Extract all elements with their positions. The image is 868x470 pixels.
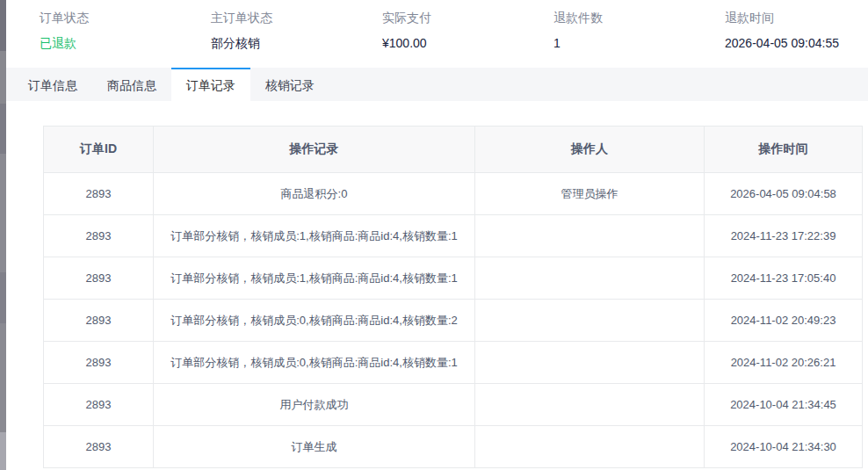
cell-record: 订单生成 <box>154 426 475 468</box>
sidebar-edge <box>0 0 6 470</box>
cell-time: 2024-10-04 21:34:30 <box>705 426 863 468</box>
tab-订单信息[interactable]: 订单信息 <box>13 68 92 101</box>
cell-time: 2024-11-02 20:26:21 <box>705 342 863 384</box>
cell-operator <box>475 215 705 257</box>
cell-operator <box>475 426 705 468</box>
table-row: 2893订单生成2024-10-04 21:34:30 <box>44 426 863 468</box>
column-header: 操作时间 <box>705 127 863 173</box>
order-records-table: 订单ID操作记录操作人操作时间 2893商品退积分:0管理员操作2026-04-… <box>43 126 863 468</box>
cell-time: 2024-11-23 17:05:40 <box>705 257 863 300</box>
order-summary-bar: 订单状态已退款主订单状态部分核销实际支付¥100.00退款件数1退款时间2026… <box>6 0 868 68</box>
cell-record: 订单部分核销，核销成员:1,核销商品:商品id:4,核销数量:1 <box>154 215 475 257</box>
table-row: 2893订单部分核销，核销成员:1,核销商品:商品id:4,核销数量:12024… <box>44 215 863 257</box>
summary-field-label: 订单状态 <box>40 9 211 26</box>
table-row: 2893用户付款成功2024-10-04 21:34:45 <box>44 384 863 426</box>
summary-field-value: 2026-04-05 09:04:55 <box>725 34 868 52</box>
summary-field: 退款件数1 <box>553 9 725 68</box>
tab-商品信息[interactable]: 商品信息 <box>92 68 171 101</box>
table-header: 订单ID操作记录操作人操作时间 <box>44 127 863 173</box>
table-row: 2893商品退积分:0管理员操作2026-04-05 09:04:58 <box>44 173 863 215</box>
cell-operator <box>475 384 705 426</box>
table-row: 2893订单部分核销，核销成员:0,核销商品:商品id:4,核销数量:12024… <box>44 342 863 384</box>
summary-field-value: 1 <box>553 34 725 52</box>
cell-operator <box>475 342 705 384</box>
tab-订单记录[interactable]: 订单记录 <box>171 68 250 101</box>
cell-record: 订单部分核销，核销成员:0,核销商品:商品id:4,核销数量:2 <box>154 300 475 342</box>
main-panel: 订单状态已退款主订单状态部分核销实际支付¥100.00退款件数1退款时间2026… <box>6 0 868 470</box>
summary-field-value: 部分核销 <box>211 34 382 52</box>
cell-record: 用户付款成功 <box>154 384 475 426</box>
summary-field: 退款时间2026-04-05 09:04:55 <box>725 9 868 68</box>
cell-order-id: 2893 <box>44 426 154 468</box>
cell-time: 2024-11-02 20:49:23 <box>705 300 863 342</box>
cell-time: 2024-11-23 17:22:39 <box>705 215 863 257</box>
cell-order-id: 2893 <box>44 215 154 257</box>
cell-record: 订单部分核销，核销成员:1,核销商品:商品id:4,核销数量:1 <box>154 257 475 300</box>
order-detail-page: 订单状态已退款主订单状态部分核销实际支付¥100.00退款件数1退款时间2026… <box>0 0 868 470</box>
column-header: 订单ID <box>44 127 154 173</box>
cell-order-id: 2893 <box>44 342 154 384</box>
cell-record: 订单部分核销，核销成员:0,核销商品:商品id:4,核销数量:1 <box>154 342 475 384</box>
summary-field-label: 退款时间 <box>725 9 868 26</box>
cell-operator: 管理员操作 <box>475 173 705 215</box>
summary-field-label: 主订单状态 <box>211 9 382 26</box>
summary-field: 实际支付¥100.00 <box>382 9 553 68</box>
summary-field-label: 实际支付 <box>382 9 553 26</box>
column-header: 操作记录 <box>154 127 475 173</box>
summary-field: 主订单状态部分核销 <box>211 9 382 68</box>
summary-field-value: ¥100.00 <box>382 34 553 52</box>
cell-record: 商品退积分:0 <box>154 173 475 215</box>
table-header-row: 订单ID操作记录操作人操作时间 <box>44 127 863 173</box>
tab-content: 订单ID操作记录操作人操作时间 2893商品退积分:0管理员操作2026-04-… <box>6 101 868 468</box>
table-body: 2893商品退积分:0管理员操作2026-04-05 09:04:582893订… <box>44 173 863 468</box>
cell-operator <box>475 300 705 342</box>
cell-time: 2026-04-05 09:04:58 <box>705 173 863 215</box>
table-row: 2893订单部分核销，核销成员:1,核销商品:商品id:4,核销数量:12024… <box>44 257 863 300</box>
tab-bar: 订单信息商品信息订单记录核销记录 <box>6 68 868 101</box>
cell-operator <box>475 257 705 300</box>
cell-order-id: 2893 <box>44 384 154 426</box>
table-row: 2893订单部分核销，核销成员:0,核销商品:商品id:4,核销数量:22024… <box>44 300 863 342</box>
tab-核销记录[interactable]: 核销记录 <box>250 68 329 101</box>
cell-time: 2024-10-04 21:34:45 <box>705 384 863 426</box>
cell-order-id: 2893 <box>44 300 154 342</box>
summary-field: 订单状态已退款 <box>40 9 211 68</box>
summary-field-value: 已退款 <box>40 34 211 52</box>
column-header: 操作人 <box>475 127 705 173</box>
cell-order-id: 2893 <box>44 173 154 215</box>
summary-field-label: 退款件数 <box>553 9 725 26</box>
cell-order-id: 2893 <box>44 257 154 300</box>
